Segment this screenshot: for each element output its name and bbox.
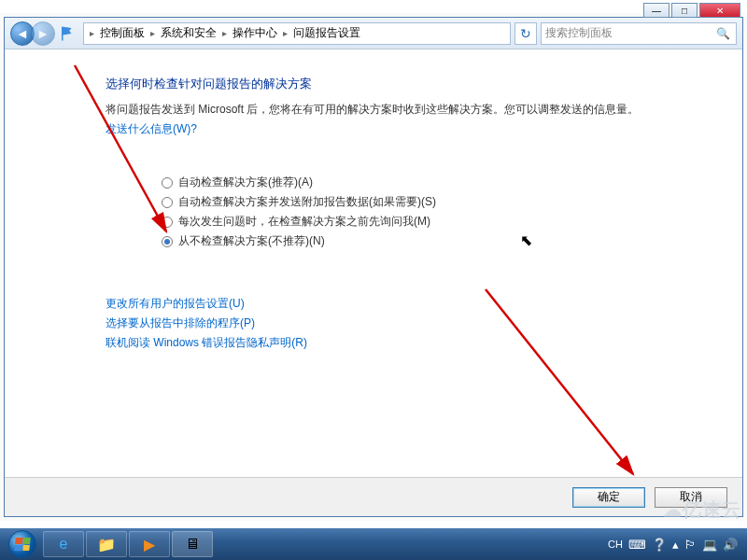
taskbar-explorer[interactable]: 📁 xyxy=(86,531,127,557)
forward-button: ► xyxy=(31,21,55,46)
breadcrumb-item[interactable]: 系统和安全 xyxy=(157,25,220,41)
dialog-footer: 确定 取消 xyxy=(5,477,742,516)
radio-group: 自动检查解决方案(推荐)(A) 自动检查解决方案并发送附加报告数据(如果需要)(… xyxy=(162,175,742,249)
search-placeholder: 搜索控制面板 xyxy=(545,25,613,41)
breadcrumb-item[interactable]: 控制面板 xyxy=(96,25,148,41)
ime-indicator[interactable]: CH xyxy=(608,539,623,550)
link-privacy[interactable]: 联机阅读 Windows 错误报告隐私声明(R) xyxy=(106,335,742,351)
radio-label: 自动检查解决方案并发送附加报告数据(如果需要)(S) xyxy=(178,194,436,210)
tray-chevron-icon[interactable]: ▴ xyxy=(672,538,679,552)
radio-auto-send[interactable] xyxy=(162,197,173,208)
taskbar: e 📁 ▶ 🖥 CH ⌨ ❔ ▴ 🏳 💻 🔊 xyxy=(0,528,747,560)
address-breadcrumb[interactable]: ▸ 控制面板▸ 系统和安全▸ 操作中心▸ 问题报告设置 xyxy=(83,22,511,45)
breadcrumb-item[interactable]: 问题报告设置 xyxy=(289,25,364,41)
ie-icon: e xyxy=(60,536,68,553)
control-panel-window: — □ ✕ ◄ ► ▸ 控制面板▸ 系统和安全▸ 操作中心▸ 问题报告设置 ↻ … xyxy=(4,17,743,517)
radio-label: 每次发生问题时，在检查解决方案之前先询问我(M) xyxy=(178,214,430,230)
tray-volume-icon[interactable]: 🔊 xyxy=(723,538,738,552)
breadcrumb-item[interactable]: 操作中心 xyxy=(229,25,281,41)
ok-button[interactable]: 确定 xyxy=(572,487,645,508)
folder-icon: 📁 xyxy=(97,536,116,553)
taskbar-control-panel[interactable]: 🖥 xyxy=(172,531,213,557)
taskbar-media[interactable]: ▶ xyxy=(129,531,170,557)
taskbar-ie[interactable]: e xyxy=(43,531,84,557)
tray-flag-icon[interactable]: 🏳 xyxy=(684,538,697,552)
radio-label: 从不检查解决方案(不推荐)(N) xyxy=(178,233,325,249)
action-center-flag-icon xyxy=(59,25,76,42)
maximize-button[interactable]: □ xyxy=(671,3,698,18)
tray-keyboard-icon[interactable]: ⌨ xyxy=(628,538,646,552)
control-panel-icon: 🖥 xyxy=(185,536,200,553)
media-icon: ▶ xyxy=(144,536,155,553)
page-content: 选择何时检查针对问题报告的解决方案 将问题报告发送到 Microsoft 后，您… xyxy=(5,49,742,351)
search-input[interactable]: 搜索控制面板 🔍 xyxy=(541,22,737,45)
info-link[interactable]: 发送什么信息(W)? xyxy=(106,121,742,137)
radio-auto-check[interactable] xyxy=(162,177,173,189)
tray-network-icon[interactable]: 💻 xyxy=(702,538,717,552)
start-button[interactable] xyxy=(4,528,41,560)
close-button[interactable]: ✕ xyxy=(699,3,740,18)
link-exclude-programs[interactable]: 选择要从报告中排除的程序(P) xyxy=(106,315,742,331)
minimize-button[interactable]: — xyxy=(643,3,669,18)
page-description: 将问题报告发送到 Microsoft 后，您将在有可用的解决方案时收到这些解决方… xyxy=(106,102,742,118)
search-icon: 🔍 xyxy=(716,27,730,40)
refresh-button[interactable]: ↻ xyxy=(514,22,537,45)
radio-label: 自动检查解决方案(推荐)(A) xyxy=(178,175,313,190)
radio-ask-each[interactable] xyxy=(162,217,173,228)
tray-help-icon[interactable]: ❔ xyxy=(652,538,667,552)
page-heading: 选择何时检查针对问题报告的解决方案 xyxy=(106,76,742,92)
link-all-users[interactable]: 更改所有用户的报告设置(U) xyxy=(106,296,742,312)
watermark: ☁亿速云 xyxy=(663,497,741,523)
navigation-bar: ◄ ► ▸ 控制面板▸ 系统和安全▸ 操作中心▸ 问题报告设置 ↻ 搜索控制面板… xyxy=(5,18,742,49)
radio-never-check[interactable] xyxy=(162,236,173,247)
